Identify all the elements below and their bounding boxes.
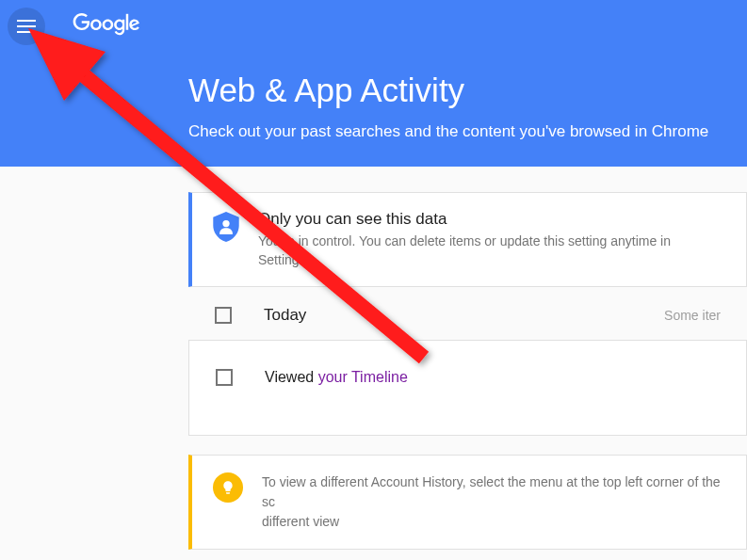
header-banner: Web & App Activity Check out your past s…	[0, 0, 747, 167]
page-subtitle: Check out your past searches and the con…	[188, 122, 747, 141]
activity-item: Viewed your Timeline	[188, 340, 747, 436]
item-checkbox[interactable]	[216, 369, 233, 386]
svg-rect-2	[17, 31, 36, 33]
tip-text: To view a different Account History, sel…	[262, 472, 725, 532]
privacy-desc: You're in control. You can delete items …	[258, 232, 725, 269]
google-logo	[72, 13, 141, 40]
select-all-checkbox[interactable]	[215, 307, 232, 324]
tip-card: To view a different Account History, sel…	[188, 455, 747, 550]
tip-text-line2: different view	[262, 514, 339, 529]
header-content: Web & App Activity Check out your past s…	[0, 53, 747, 141]
privacy-card: Only you can see this data You're in con…	[188, 192, 747, 287]
hamburger-icon	[17, 20, 36, 33]
privacy-title: Only you can see this data	[258, 210, 725, 229]
section-header: Today Some iter	[188, 287, 747, 340]
lightbulb-icon	[213, 472, 243, 503]
shield-icon	[213, 212, 239, 246]
timeline-link[interactable]: your Timeline	[318, 369, 408, 385]
svg-rect-0	[17, 20, 36, 22]
section-right-text: Some iter	[664, 308, 721, 323]
activity-text: Viewed your Timeline	[265, 369, 408, 386]
activity-prefix: Viewed	[265, 369, 318, 385]
main-content: Only you can see this data You're in con…	[0, 167, 747, 550]
menu-button[interactable]	[8, 8, 45, 45]
tip-text-line1: To view a different Account History, sel…	[262, 474, 721, 509]
header-top-bar	[0, 0, 747, 53]
svg-rect-1	[17, 25, 36, 27]
page-title: Web & App Activity	[188, 72, 747, 109]
svg-point-3	[222, 220, 229, 227]
section-title: Today	[264, 306, 632, 325]
